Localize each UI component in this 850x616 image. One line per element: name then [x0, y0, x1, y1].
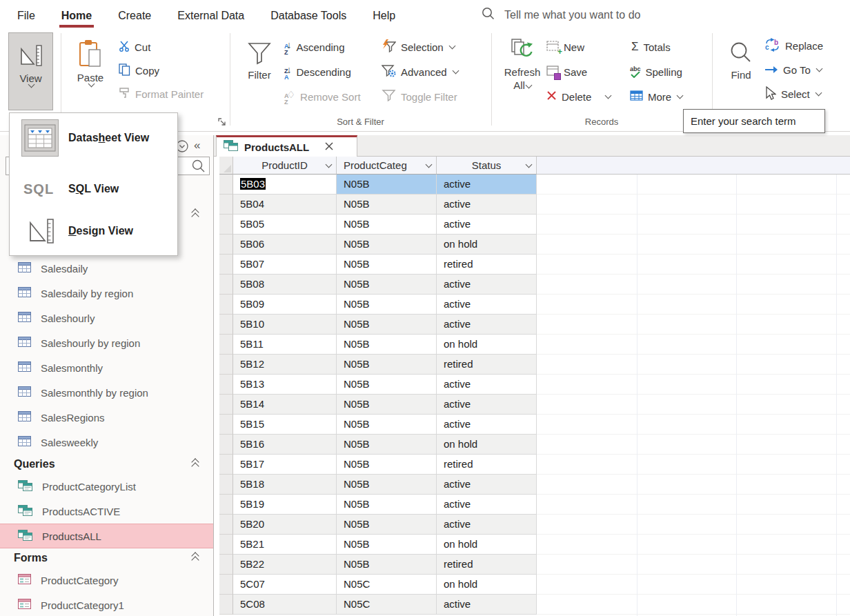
collapse-group-icon[interactable] — [192, 554, 198, 562]
find-button[interactable]: Find — [723, 32, 759, 119]
cell-status[interactable]: active — [437, 415, 537, 435]
spelling-button[interactable]: abc Spelling — [630, 62, 682, 81]
sidebar-item-productsactive[interactable]: ProductsACTIVE — [0, 499, 213, 524]
collapse-group-icon[interactable] — [192, 210, 198, 219]
cell-productcategory[interactable]: N05B — [337, 175, 437, 195]
cell-productid[interactable]: 5C07 — [233, 575, 337, 595]
row-selector[interactable] — [219, 295, 233, 315]
descending-button[interactable]: ZA↓ Descending — [284, 62, 351, 81]
dialog-launcher-icon[interactable] — [218, 117, 227, 126]
delete-record-button[interactable]: Delete — [546, 87, 611, 106]
row-selector[interactable] — [219, 235, 233, 255]
column-header-status[interactable]: Status — [437, 157, 537, 175]
cell-status[interactable]: on hold — [437, 575, 537, 595]
copy-button[interactable]: Copy — [119, 61, 159, 80]
row-selector[interactable] — [219, 255, 233, 275]
filter-button[interactable]: Filter — [241, 32, 277, 119]
sidebar-item-productsall[interactable]: ProductsALL — [0, 524, 213, 548]
cell-productcategory[interactable]: N05B — [337, 375, 437, 395]
cell-productcategory[interactable]: N05B — [337, 215, 437, 235]
row-selector[interactable] — [219, 215, 233, 235]
cell-productid[interactable]: 5B05 — [233, 215, 337, 235]
cell-productcategory[interactable]: N05B — [337, 235, 437, 255]
advanced-button[interactable]: Advanced — [382, 62, 458, 81]
document-tab-productsall[interactable]: ProductsALL — [216, 135, 357, 157]
cell-productcategory[interactable]: N05B — [337, 475, 437, 495]
totals-button[interactable]: Σ Totals — [631, 37, 671, 57]
sidebar-item-salesmonthly[interactable]: Salesmonthly — [0, 355, 213, 380]
sidebar-item-productcategory1[interactable]: ProductCategory1 — [0, 593, 213, 616]
cell-productcategory[interactable]: N05B — [337, 195, 437, 215]
cell-status[interactable]: active — [437, 175, 537, 195]
cell-productid[interactable]: 5B21 — [233, 535, 337, 555]
remove-sort-button[interactable]: AZ♢ Remove Sort — [284, 87, 361, 106]
row-selector[interactable] — [219, 375, 233, 395]
sidebar-item-salesdaily-by-region[interactable]: Salesdaily by region — [0, 281, 213, 306]
tab-file[interactable]: File — [15, 6, 37, 28]
cell-status[interactable]: active — [437, 215, 537, 235]
row-selector[interactable] — [219, 195, 233, 215]
row-selector[interactable] — [219, 175, 233, 195]
cell-productcategory[interactable]: N05B — [337, 415, 437, 435]
tell-me-search[interactable]: Tell me what you want to do — [482, 7, 640, 23]
row-selector[interactable] — [219, 435, 233, 455]
refresh-all-button[interactable]: Refresh All — [501, 32, 544, 116]
paste-button[interactable]: Paste — [69, 32, 112, 117]
cell-productid[interactable]: 5B08 — [233, 275, 337, 295]
cell-productid[interactable]: 5B13 — [233, 375, 337, 395]
replace-button[interactable]: bc Replace — [764, 36, 823, 55]
ascending-button[interactable]: AZ↓ Ascending — [284, 37, 345, 57]
cell-status[interactable]: active — [437, 395, 537, 415]
cell-productid[interactable]: 5C08 — [233, 595, 337, 615]
sidebar-item-salesmonthly-by-region[interactable]: Salesmonthly by region — [0, 380, 213, 405]
more-button[interactable]: More — [630, 87, 682, 106]
cell-productid[interactable]: 5B04 — [233, 195, 337, 215]
select-button[interactable]: Select — [764, 84, 821, 103]
toggle-filter-button[interactable]: Toggle Filter — [382, 87, 457, 106]
sidebar-item-saleshourly[interactable]: Saleshourly — [0, 306, 213, 330]
sidebar-item-productcategorylist[interactable]: ProductCategoryList — [0, 474, 213, 499]
column-header-productcategory[interactable]: ProductCateg — [337, 157, 437, 175]
menu-item-design-view[interactable]: Design View — [10, 214, 177, 248]
cell-productid[interactable]: 5B17 — [233, 455, 337, 475]
column-header-productid[interactable]: ProductID — [233, 157, 337, 175]
cell-status[interactable]: retired — [437, 255, 537, 275]
row-selector[interactable] — [219, 455, 233, 475]
tab-help[interactable]: Help — [370, 6, 397, 28]
cell-productcategory[interactable]: N05B — [337, 555, 437, 575]
view-button[interactable]: View — [8, 32, 53, 110]
sidebar-item-saleshourly-by-region[interactable]: Saleshourly by region — [0, 330, 213, 355]
cell-productid[interactable]: 5B19 — [233, 495, 337, 515]
select-all-corner[interactable] — [219, 157, 233, 175]
tab-create[interactable]: Create — [116, 6, 153, 28]
row-selector[interactable] — [219, 475, 233, 495]
cell-productid[interactable]: 5B11 — [233, 335, 337, 355]
cell-status[interactable]: active — [437, 315, 537, 335]
cell-productid[interactable]: 5B10 — [233, 315, 337, 335]
row-selector[interactable] — [219, 515, 233, 535]
cut-button[interactable]: Cut — [119, 37, 150, 57]
cell-status[interactable]: on hold — [437, 335, 537, 355]
cell-productid[interactable]: 5B03 — [233, 175, 337, 195]
cell-status[interactable]: on hold — [437, 435, 537, 455]
cell-productcategory[interactable]: N05B — [337, 255, 437, 275]
row-selector[interactable] — [219, 275, 233, 295]
cell-status[interactable]: on hold — [437, 235, 537, 255]
forms-section-header[interactable]: Forms — [0, 548, 213, 568]
save-record-button[interactable]: Save — [546, 62, 587, 81]
cell-status[interactable]: active — [437, 515, 537, 535]
cell-productcategory[interactable]: N05C — [337, 595, 437, 615]
cell-productid[interactable]: 5B06 — [233, 235, 337, 255]
cell-status[interactable]: active — [437, 495, 537, 515]
cell-productid[interactable]: 5B22 — [233, 555, 337, 575]
cell-productcategory[interactable]: N05C — [337, 575, 437, 595]
cell-productid[interactable]: 5B07 — [233, 255, 337, 275]
row-selector[interactable] — [219, 575, 233, 595]
cell-productid[interactable]: 5B14 — [233, 395, 337, 415]
filter-dropdown-icon[interactable] — [426, 161, 433, 168]
cell-status[interactable]: active — [437, 475, 537, 495]
sidebar-item-salesregions[interactable]: SalesRegions — [0, 405, 213, 430]
cell-productcategory[interactable]: N05B — [337, 275, 437, 295]
cell-status[interactable]: active — [437, 195, 537, 215]
cell-status[interactable]: on hold — [437, 535, 537, 555]
